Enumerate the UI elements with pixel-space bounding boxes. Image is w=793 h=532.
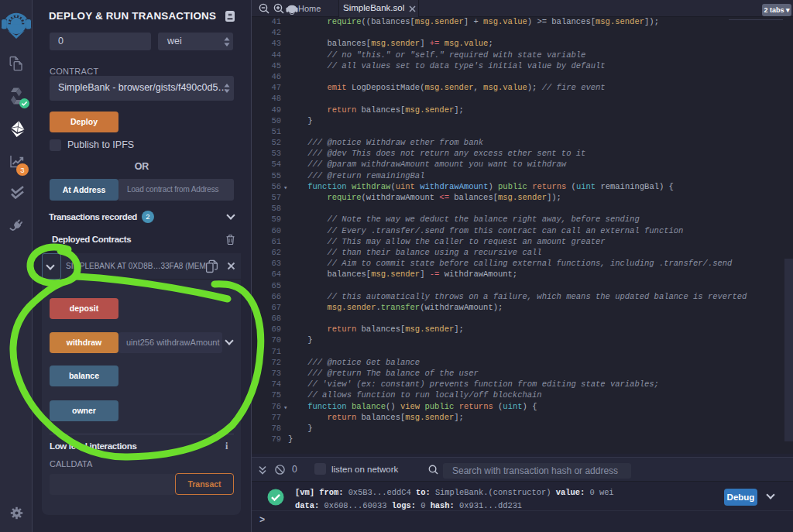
svg-text:3: 3 bbox=[20, 166, 24, 174]
